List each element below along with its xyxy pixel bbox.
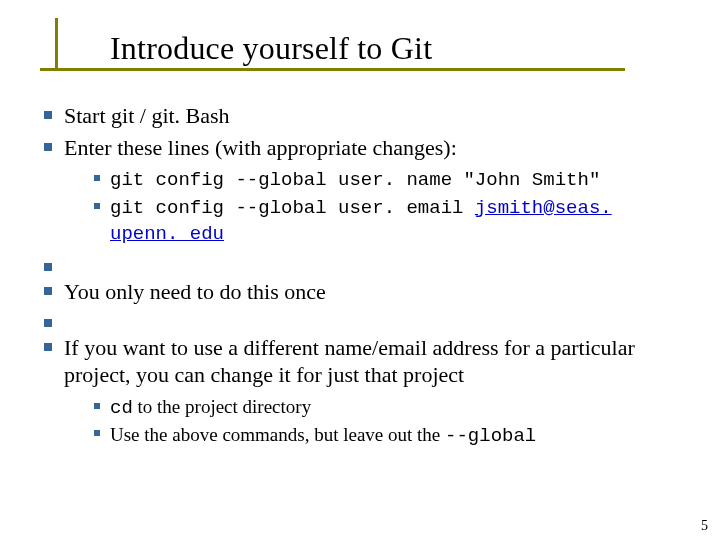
slide-body: Start git / git. Bash Enter these lines … <box>30 102 690 448</box>
spacer <box>30 254 690 274</box>
slide: Introduce yourself to Git Start git / gi… <box>0 0 720 540</box>
code-global-flag: --global <box>445 425 536 447</box>
code-cd: cd <box>110 397 133 419</box>
bullet-per-project: If you want to use a different name/emai… <box>30 334 690 449</box>
bullet-enter-lines-text: Enter these lines (with appropriate chan… <box>64 135 457 160</box>
code-text: git config --global user. name "John Smi… <box>110 169 600 191</box>
code-text: git config --global user. email <box>110 197 475 219</box>
sub-cd-rest: to the project directory <box>133 396 311 417</box>
bullet-per-project-text: If you want to use a different name/emai… <box>64 335 635 388</box>
spacer <box>30 310 690 330</box>
page-number: 5 <box>701 518 708 534</box>
bullet-do-once: You only need to do this once <box>30 278 690 306</box>
accent-bar-horizontal <box>40 68 625 71</box>
sub-cd-directory: cd to the project directory <box>84 395 690 421</box>
code-line-username: git config --global user. name "John Smi… <box>84 167 690 193</box>
sub-leave-out-text: Use the above commands, but leave out th… <box>110 424 445 445</box>
accent-bar-vertical <box>55 18 58 68</box>
sub-leave-out-global: Use the above commands, but leave out th… <box>84 423 690 449</box>
bullet-start-git: Start git / git. Bash <box>30 102 690 130</box>
title-area: Introduce yourself to Git <box>30 18 690 67</box>
slide-title: Introduce yourself to Git <box>110 30 690 67</box>
bullet-enter-lines: Enter these lines (with appropriate chan… <box>30 134 690 247</box>
code-line-useremail: git config --global user. email jsmith@s… <box>84 195 690 247</box>
